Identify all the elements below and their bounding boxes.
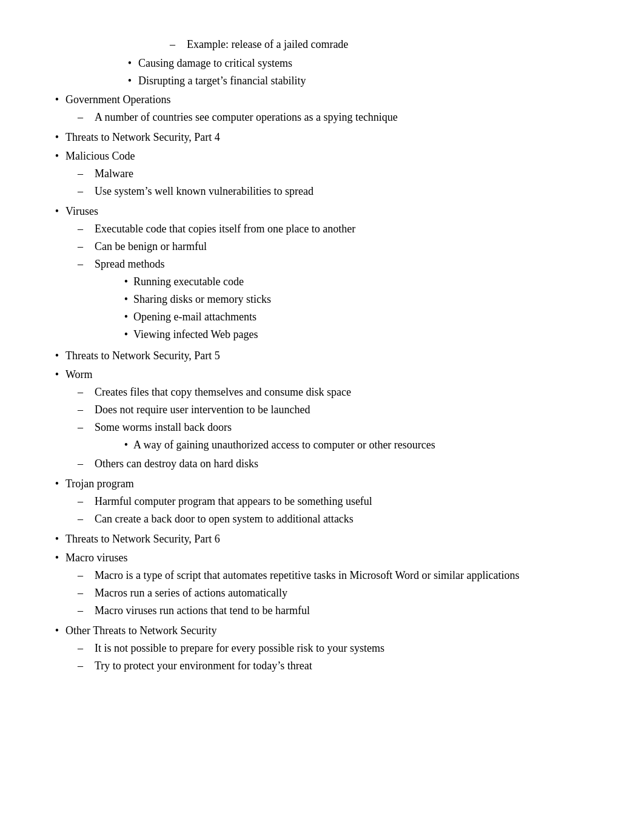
dash-symbol: – xyxy=(78,511,95,527)
level1-item-item-government: •Government Operations–A number of count… xyxy=(49,92,595,127)
level1-label-item-threats4: Threats to Network Security, Part 4 xyxy=(65,131,220,143)
top-bullet-list: • Causing damage to critical systems • D… xyxy=(49,55,595,89)
level2-list-item-trojan: –Harmful computer program that appears t… xyxy=(65,493,595,527)
level2-list-item-other: –It is not possible to prepare for every… xyxy=(65,640,595,674)
level2-text-worm-2: Does not require user intervention to be… xyxy=(95,404,310,416)
level2-list-item-macro: –Macro is a type of script that automate… xyxy=(65,567,595,619)
level2-item-mal-1: –Malware xyxy=(65,166,595,182)
level2-item-troj-2: –Can create a back door to open system t… xyxy=(65,511,595,527)
level1-item-item-other: •Other Threats to Network Security–It is… xyxy=(49,623,595,675)
level1-item-item-viruses: •Viruses–Executable code that copies its… xyxy=(49,203,595,345)
level1-label-item-government: Government Operations xyxy=(65,93,170,106)
bullet-symbol: • xyxy=(121,73,138,89)
level2-item-worm-2: –Does not require user intervention to b… xyxy=(65,402,595,418)
dash-symbol: – xyxy=(78,166,95,182)
dash-symbol: – xyxy=(78,585,95,601)
level2-text-gov-1: A number of countries see computer opera… xyxy=(95,111,398,123)
top-dash-item-1: – Example: release of a jailed comrade xyxy=(49,36,595,53)
bullet-symbol: • xyxy=(49,203,65,220)
dash-symbol: – xyxy=(78,402,95,418)
level1-label-item-malicious: Malicious Code xyxy=(65,150,135,162)
level1-item-item-threats6: •Threats to Network Security, Part 6 xyxy=(49,531,595,547)
level2-text-vir-1: Executable code that copies itself from … xyxy=(95,223,355,235)
bullet-symbol: • xyxy=(119,274,133,290)
level2-text-oth-1: It is not possible to prepare for every … xyxy=(95,642,384,654)
bullet-symbol: • xyxy=(119,291,133,308)
level2-text-mac-1: Macro is a type of script that automates… xyxy=(95,569,520,581)
level2-list-item-malicious: –Malware–Use system’s well known vulnera… xyxy=(65,166,595,200)
level2-item-vir-2: –Can be benign or harmful xyxy=(65,238,595,255)
level2-item-worm-4: –Others can destroy data on hard disks xyxy=(65,456,595,472)
bullet-symbol: • xyxy=(49,148,65,164)
level1-item-item-macro: •Macro viruses–Macro is a type of script… xyxy=(49,550,595,620)
level1-item-item-threats4: •Threats to Network Security, Part 4 xyxy=(49,129,595,146)
level1-item-item-worm: •Worm–Creates files that copy themselves… xyxy=(49,367,595,473)
level2-text-troj-2: Can create a back door to open system to… xyxy=(95,513,354,525)
dash-symbol: – xyxy=(78,640,95,657)
level2-text-worm-3: Some worms install back doors xyxy=(95,421,232,433)
level2-text-vir-2: Can be benign or harmful xyxy=(95,240,207,252)
level2-item-mac-3: –Macro viruses run actions that tend to … xyxy=(65,603,595,619)
bullet-symbol: • xyxy=(121,55,138,72)
level3-item-vir-3b: •Sharing disks or memory sticks xyxy=(95,291,595,308)
level2-text-worm-1: Creates files that copy themselves and c… xyxy=(95,386,351,398)
bullet-symbol: • xyxy=(49,92,65,108)
level3-text-vir-3c: Opening e-mail attachments xyxy=(133,309,595,325)
level2-item-mac-1: –Macro is a type of script that automate… xyxy=(65,567,595,584)
dash-symbol: – xyxy=(78,419,95,436)
level1-label-item-trojan: Trojan program xyxy=(65,478,134,490)
level2-text-worm-4: Others can destroy data on hard disks xyxy=(95,458,258,470)
level3-text-vir-3b: Sharing disks or memory sticks xyxy=(133,291,595,308)
dash-symbol: – xyxy=(78,456,95,472)
bullet-symbol: • xyxy=(49,476,65,492)
level2-text-mal-1: Malware xyxy=(95,167,133,180)
dash-symbol: – xyxy=(78,384,95,401)
level1-label-item-threats5: Threats to Network Security, Part 5 xyxy=(65,350,220,362)
level2-list-item-viruses: –Executable code that copies itself from… xyxy=(65,221,595,344)
dash-symbol: – xyxy=(78,183,95,200)
level3-list-vir-3: •Running executable code•Sharing disks o… xyxy=(95,274,595,343)
bullet-symbol: • xyxy=(49,129,65,146)
level2-item-vir-1: –Executable code that copies itself from… xyxy=(65,221,595,237)
level2-item-mal-2: –Use system’s well known vulnerabilities… xyxy=(65,183,595,200)
level1-label-item-macro: Macro viruses xyxy=(65,552,127,564)
top-bullet-text-1: Causing damage to critical systems xyxy=(138,55,595,72)
level3-item-worm-3a: •A way of gaining unauthorized access to… xyxy=(95,437,595,453)
dash-symbol: – xyxy=(78,603,95,619)
top-dash-text-1: Example: release of a jailed comrade xyxy=(187,36,595,53)
bullet-symbol: • xyxy=(119,309,133,325)
level2-item-troj-1: –Harmful computer program that appears t… xyxy=(65,493,595,510)
level3-text-vir-3a: Running executable code xyxy=(133,274,595,290)
bullet-symbol: • xyxy=(49,367,65,383)
dash-symbol: – xyxy=(78,238,95,255)
level3-text-vir-3d: Viewing infected Web pages xyxy=(133,326,595,343)
level1-item-item-trojan: •Trojan program–Harmful computer program… xyxy=(49,476,595,529)
bullet-symbol: • xyxy=(49,348,65,364)
dash-symbol: – xyxy=(78,109,95,126)
top-bullet-text-2: Disrupting a target’s financial stabilit… xyxy=(138,73,595,89)
bullet-symbol: • xyxy=(119,326,133,343)
dash-symbol: – xyxy=(78,658,95,674)
top-bullet-item-1: • Causing damage to critical systems xyxy=(49,55,595,72)
level1-label-item-threats6: Threats to Network Security, Part 6 xyxy=(65,533,220,545)
level2-item-mac-2: –Macros run a series of actions automati… xyxy=(65,585,595,601)
dash-symbol: – xyxy=(78,567,95,584)
level2-text-mal-2: Use system’s well known vulnerabilities … xyxy=(95,185,314,197)
bullet-symbol: • xyxy=(49,550,65,566)
level2-text-oth-2: Try to protect your environment for toda… xyxy=(95,660,312,672)
level3-item-vir-3c: •Opening e-mail attachments xyxy=(95,309,595,325)
level2-item-worm-1: –Creates files that copy themselves and … xyxy=(65,384,595,401)
level2-item-gov-1: –A number of countries see computer oper… xyxy=(65,109,595,126)
level2-text-mac-2: Macros run a series of actions automatic… xyxy=(95,587,287,599)
dash-symbol: – xyxy=(78,221,95,237)
level1-label-item-viruses: Viruses xyxy=(65,205,98,217)
dash-symbol: – xyxy=(78,256,95,272)
level2-item-vir-3: –Spread methods•Running executable code•… xyxy=(65,256,595,344)
level2-text-vir-3: Spread methods xyxy=(95,258,164,270)
bullet-symbol: • xyxy=(49,531,65,547)
bullet-symbol: • xyxy=(49,623,65,639)
level2-item-oth-1: –It is not possible to prepare for every… xyxy=(65,640,595,657)
level2-text-troj-1: Harmful computer program that appears to… xyxy=(95,495,372,507)
top-dash-list: – Example: release of a jailed comrade xyxy=(49,36,595,53)
level1-label-item-worm: Worm xyxy=(65,368,93,380)
